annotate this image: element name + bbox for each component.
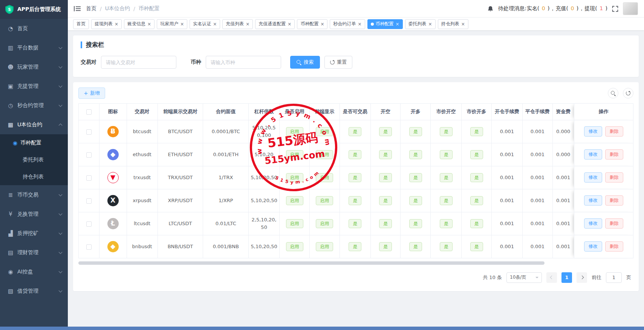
column-header-display_pair: 前端展示交易对 (158, 104, 203, 120)
status-tag: 是 (379, 127, 392, 136)
tab-item[interactable]: 币种配置× (367, 19, 403, 29)
tab-close-icon[interactable]: × (461, 22, 465, 26)
cell-display_pair: ETH/USDT (158, 143, 203, 166)
cell-open_fee: 0.001 (491, 166, 522, 189)
tab-item[interactable]: 首页 (73, 19, 89, 29)
next-page-button[interactable] (577, 272, 587, 283)
edit-button[interactable]: 修改 (584, 241, 602, 252)
tab-close-icon[interactable]: × (428, 22, 432, 26)
sidebar-item-coin-config[interactable]: ◉币种配置 (0, 134, 68, 151)
horizontal-scrollbar-thumb[interactable] (78, 261, 545, 265)
browser-scrollbar-strip[interactable] (0, 327, 644, 330)
prev-page-button[interactable] (546, 272, 557, 283)
tab-item[interactable]: 充值通道配置× (255, 19, 295, 29)
tab-item[interactable]: 实名认证× (190, 19, 220, 29)
status-tag: 是 (470, 127, 483, 136)
sidebar-item-finance-manage[interactable]: ▤理财管理 (0, 243, 68, 262)
row-checkbox[interactable] (86, 129, 92, 135)
edit-button[interactable]: 修改 (584, 218, 602, 229)
coin-input[interactable] (206, 56, 281, 69)
delete-button[interactable]: 删除 (605, 195, 623, 206)
delete-button[interactable]: 删除 (605, 241, 623, 252)
sidebar-item-u-contract[interactable]: ▦U本位合约 (0, 115, 68, 134)
breadcrumb-item[interactable]: U本位合约 (105, 5, 130, 12)
goto-page-input[interactable] (606, 272, 622, 283)
delete-button[interactable]: 删除 (605, 149, 623, 160)
tab-item[interactable]: 币种配置× (297, 19, 327, 29)
edit-button[interactable]: 修改 (584, 149, 602, 160)
sidebar-item-loan-manage[interactable]: ▧借贷管理 (0, 281, 68, 301)
add-button[interactable]: 新增 (78, 87, 105, 99)
table-refresh-icon[interactable] (623, 88, 633, 98)
notification-bell-icon[interactable] (487, 6, 494, 12)
edit-button[interactable]: 修改 (584, 172, 602, 183)
cell-display_pair: BTC/USDT (158, 120, 203, 143)
sidebar-item-recharge-withdraw[interactable]: ▣充提管理 (0, 77, 68, 96)
pending-message-item[interactable]: 充值( 0 ) (555, 5, 578, 12)
chevron-down-icon (59, 289, 63, 292)
status-tag: 是 (379, 242, 392, 251)
edit-button[interactable]: 修改 (584, 195, 602, 206)
sidebar-item-platform-data[interactable]: ▥平台数据 (0, 38, 68, 57)
tab-close-icon[interactable]: × (320, 22, 324, 26)
row-checkbox[interactable] (86, 175, 92, 181)
tab-item[interactable]: 玩家用户× (157, 19, 187, 29)
select-all-checkbox[interactable] (86, 109, 92, 115)
row-checkbox[interactable] (86, 221, 92, 227)
sidebar-item-position-list[interactable]: 持仓列表 (0, 168, 68, 185)
cell-enabled: 启用 (280, 212, 310, 235)
pending-message-item[interactable]: 实名( 0 ) (527, 5, 550, 12)
cell-open_short: 是 (370, 189, 401, 212)
tab-item[interactable]: 账变信息× (124, 19, 154, 29)
page-size-select[interactable]: 10条/页 (506, 272, 542, 283)
row-checkbox[interactable] (86, 244, 92, 250)
page-number-button[interactable]: 1 (561, 272, 572, 283)
sidebar-item-spot-trade[interactable]: ≣币币交易 (0, 185, 68, 204)
sidebar-item-exchange-manage[interactable]: ¥兑换管理 (0, 204, 68, 224)
status-tag: 是 (379, 219, 392, 228)
top-header: 首页/U本位合约/币种配置 待处理消息: 实名( 0 )，充值( 0 )，提现(… (68, 0, 644, 17)
fullscreen-icon[interactable] (612, 6, 618, 12)
tab-close-icon[interactable]: × (147, 22, 151, 26)
tab-item[interactable]: 持仓列表× (438, 19, 468, 29)
sidebar-item-player-management[interactable]: ☻玩家管理 (0, 57, 68, 77)
sidebar-item-home[interactable]: ◔首页 (0, 19, 68, 38)
row-checkbox[interactable] (86, 152, 92, 158)
tab-label: 充值列表 (226, 21, 244, 27)
tab-close-icon[interactable]: × (115, 22, 118, 26)
reset-button[interactable]: 重置 (324, 56, 352, 69)
breadcrumb: 首页/U本位合约/币种配置 (86, 5, 160, 12)
sidebar-item-entrust-list[interactable]: 委托列表 (0, 151, 68, 168)
delete-button[interactable]: 删除 (605, 126, 623, 137)
tab-close-icon[interactable]: × (288, 22, 291, 26)
cell-actions: 修改删除 (574, 120, 633, 143)
cell-front_show: 启用 (309, 189, 340, 212)
search-button[interactable]: 搜索 (290, 56, 320, 69)
tab-item[interactable]: 秒合约订单× (330, 19, 365, 29)
reset-button-label: 重置 (337, 59, 347, 66)
breadcrumb-item[interactable]: 首页 (86, 5, 96, 12)
tab-item[interactable]: 委托列表× (405, 19, 436, 29)
user-avatar[interactable] (623, 2, 638, 15)
pending-message-item[interactable]: 提现( 1 ) (584, 5, 607, 12)
tab-item[interactable]: 提现列表× (91, 19, 122, 29)
delete-button[interactable]: 删除 (605, 172, 623, 183)
sidebar-item-ai-control[interactable]: ◉AI控盘 (0, 262, 68, 281)
pair-input[interactable] (101, 56, 176, 69)
tab-close-icon[interactable]: × (396, 22, 399, 26)
tab-close-icon[interactable]: × (180, 22, 184, 26)
tab-item[interactable]: 充值列表× (222, 19, 253, 29)
delete-button[interactable]: 删除 (605, 218, 623, 229)
edit-button[interactable]: 修改 (584, 126, 602, 137)
sidebar-item-staking-mining[interactable]: ▟质押挖矿 (0, 224, 68, 243)
row-checkbox[interactable] (86, 198, 92, 204)
sidebar-item-label: 币种配置 (20, 140, 68, 146)
sidebar-item-second-contract[interactable]: ◷秒合约管理 (0, 96, 68, 115)
tab-close-icon[interactable]: × (213, 22, 217, 26)
table-search-icon[interactable] (608, 88, 618, 98)
cell-enabled: 启用 (280, 189, 310, 212)
tab-close-icon[interactable]: × (246, 22, 249, 26)
status-tag: 是 (349, 127, 361, 136)
tab-close-icon[interactable]: × (358, 22, 361, 26)
collapse-sidebar-icon[interactable] (74, 6, 81, 11)
